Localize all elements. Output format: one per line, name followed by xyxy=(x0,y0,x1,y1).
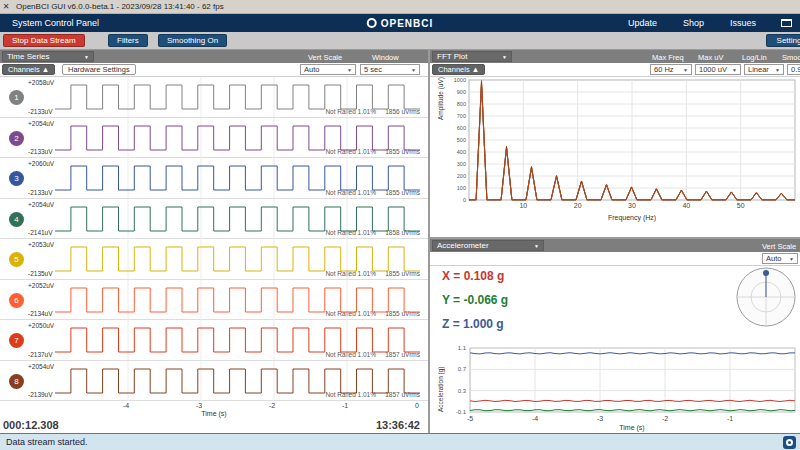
channels-button[interactable]: Channels ▲ xyxy=(2,64,55,75)
svg-text:40: 40 xyxy=(682,202,690,209)
accel-plot: 1.10.70.3-0.1-5-4-3-2-1Time (s) xyxy=(430,340,800,433)
svg-text:-5: -5 xyxy=(467,415,473,422)
time-series-header: Time Series ▼ Vert Scale Window xyxy=(0,50,428,63)
chevron-down-icon: ▼ xyxy=(502,54,507,60)
timeseries-x-tick: 0 xyxy=(415,402,419,409)
channel-max-voltage: +2050uV xyxy=(28,322,54,329)
accel-header: Accelerometer ▼ Vert Scale xyxy=(430,239,800,252)
top-navbar: System Control Panel OPENBCI Update Shop… xyxy=(0,14,800,32)
channel-toggle-button[interactable]: 7 xyxy=(9,333,24,348)
vert-scale-dropdown[interactable]: Auto ▼ xyxy=(300,64,356,75)
fft-widget-dropdown[interactable]: FFT Plot ▼ xyxy=(432,51,512,62)
openbci-logo-icon xyxy=(367,18,377,28)
timeseries-channel-row: 4 +2054uV -2141uV Not Railed 1.01% 1858 … xyxy=(0,199,428,240)
channel-min-voltage: -2133uV xyxy=(28,108,53,115)
hardware-settings-button[interactable]: Hardware Settings xyxy=(62,64,136,75)
session-timer: 000:12.308 xyxy=(3,419,59,431)
smooth-dropdown[interactable]: 0.9 ▼ xyxy=(787,64,800,75)
svg-text:1.1: 1.1 xyxy=(458,345,467,351)
accel-vert-scale-dropdown[interactable]: Auto ▼ xyxy=(762,253,798,264)
time-series-widget-dropdown[interactable]: Time Series ▼ xyxy=(2,51,94,62)
window-dropdown[interactable]: 5 sec ▼ xyxy=(360,64,420,75)
channel-waveform xyxy=(55,239,420,279)
max-uv-dropdown[interactable]: 1000 uV ▼ xyxy=(695,64,741,75)
timeseries-channel-row: 5 +2053uV -2135uV Not Railed 1.01% 1855 … xyxy=(0,239,428,280)
channel-min-voltage: -2135uV xyxy=(28,270,53,277)
channel-waveform xyxy=(55,77,420,117)
svg-text:1000: 1000 xyxy=(454,77,466,83)
channel-waveform xyxy=(55,199,420,239)
window-titlebar: ✕ OpenBCI GUI v6.0.0-beta.1 - 2023/09/28… xyxy=(0,0,800,14)
smooth-label: Smooth xyxy=(782,53,800,62)
loglin-dropdown[interactable]: Linear ▼ xyxy=(744,64,784,75)
timeseries-x-tick: -2 xyxy=(269,402,275,409)
channel-max-voltage: +2058uV xyxy=(28,79,54,86)
channel-toggle-button[interactable]: 1 xyxy=(9,90,24,105)
window-icon[interactable] xyxy=(781,19,792,27)
timeseries-x-tick: -4 xyxy=(123,402,129,409)
svg-text:200: 200 xyxy=(457,173,466,179)
channel-toggle-button[interactable]: 2 xyxy=(9,131,24,146)
svg-text:900: 900 xyxy=(457,89,466,95)
close-icon[interactable]: ✕ xyxy=(0,2,12,11)
time-series-x-label: Time (s) xyxy=(0,410,428,417)
timeseries-channel-row: 6 +2052uV -2134uV Not Railed 1.01% 1855 … xyxy=(0,280,428,321)
timeseries-channel-row: 1 +2058uV -2133uV Not Railed 1.01% 1856 … xyxy=(0,77,428,118)
status-bar: Data stream started. xyxy=(0,433,800,450)
channel-max-voltage: +2053uV xyxy=(28,241,54,248)
brand-name: OPENBCI xyxy=(381,18,434,29)
time-series-plot: 1 +2058uV -2133uV Not Railed 1.01% 1856 … xyxy=(0,77,428,401)
fft-subheader: Channels ▲ 60 Hz ▼ 1000 uV ▼ Linear ▼ 0.… xyxy=(430,63,800,77)
stop-data-stream-button[interactable]: Stop Data Stream xyxy=(3,34,85,47)
svg-text:-2: -2 xyxy=(662,415,668,422)
channel-waveform xyxy=(55,280,420,320)
openbci-gui-window: ✕ OpenBCI GUI v6.0.0-beta.1 - 2023/09/28… xyxy=(0,0,800,450)
svg-text:700: 700 xyxy=(457,113,466,119)
chevron-down-icon: ▼ xyxy=(534,243,539,249)
channel-toggle-button[interactable]: 6 xyxy=(9,293,24,308)
channel-min-voltage: -2139uV xyxy=(28,391,53,398)
svg-text:600: 600 xyxy=(457,125,466,131)
max-freq-label: Max Freq xyxy=(652,53,684,62)
channel-waveform xyxy=(55,320,420,360)
accel-widget-dropdown[interactable]: Accelerometer ▼ xyxy=(432,240,544,251)
nav-link-update[interactable]: Update xyxy=(628,18,657,28)
window-title: OpenBCI GUI v6.0.0-beta.1 - 2023/09/28 1… xyxy=(16,2,224,11)
svg-text:300: 300 xyxy=(457,161,466,167)
channel-min-voltage: -2133uV xyxy=(28,148,53,155)
svg-text:-3: -3 xyxy=(597,415,603,422)
timeseries-x-tick: -1 xyxy=(342,402,348,409)
accel-subheader: Auto ▼ xyxy=(430,252,800,266)
svg-text:10: 10 xyxy=(519,202,527,209)
svg-text:0: 0 xyxy=(463,197,466,203)
nav-links: Update Shop Issues xyxy=(628,14,756,32)
svg-text:800: 800 xyxy=(457,101,466,107)
svg-text:100: 100 xyxy=(457,185,466,191)
timeseries-channel-row: 2 +2054uV -2133uV Not Railed 1.01% 1855 … xyxy=(0,118,428,159)
channel-waveform xyxy=(55,361,420,401)
main-toolbar: Stop Data Stream Filters Smoothing On Se… xyxy=(0,32,800,50)
smoothing-button[interactable]: Smoothing On xyxy=(158,34,227,47)
svg-text:Time (s): Time (s) xyxy=(619,424,644,432)
max-freq-dropdown[interactable]: 60 Hz ▼ xyxy=(650,64,692,75)
timeseries-x-tick: -3 xyxy=(196,402,202,409)
filters-button[interactable]: Filters xyxy=(108,34,148,47)
timeseries-channel-row: 3 +2060uV -2133uV Not Railed 1.01% 1855 … xyxy=(0,158,428,199)
settings-button[interactable]: Settings xyxy=(766,34,800,47)
channel-toggle-button[interactable]: 8 xyxy=(9,374,24,389)
nav-link-shop[interactable]: Shop xyxy=(683,18,704,28)
svg-text:20: 20 xyxy=(574,202,582,209)
nav-link-issues[interactable]: Issues xyxy=(730,18,756,28)
vert-scale-label: Vert Scale xyxy=(308,53,342,62)
channel-min-voltage: -2134uV xyxy=(28,310,53,317)
channel-toggle-button[interactable]: 5 xyxy=(9,252,24,267)
channel-toggle-button[interactable]: 4 xyxy=(9,212,24,227)
time-series-subheader: Channels ▲ Hardware Settings Auto ▼ 5 se… xyxy=(0,63,428,77)
channel-toggle-button[interactable]: 3 xyxy=(9,171,24,186)
accel-z-value: Z = 1.000 g xyxy=(442,317,508,341)
svg-text:-0.1: -0.1 xyxy=(456,409,467,415)
system-control-panel-button[interactable]: System Control Panel xyxy=(0,14,111,32)
channel-max-voltage: +2052uV xyxy=(28,282,54,289)
channel-max-voltage: +2054uV xyxy=(28,120,54,127)
fft-channels-button[interactable]: Channels ▲ xyxy=(432,64,485,75)
